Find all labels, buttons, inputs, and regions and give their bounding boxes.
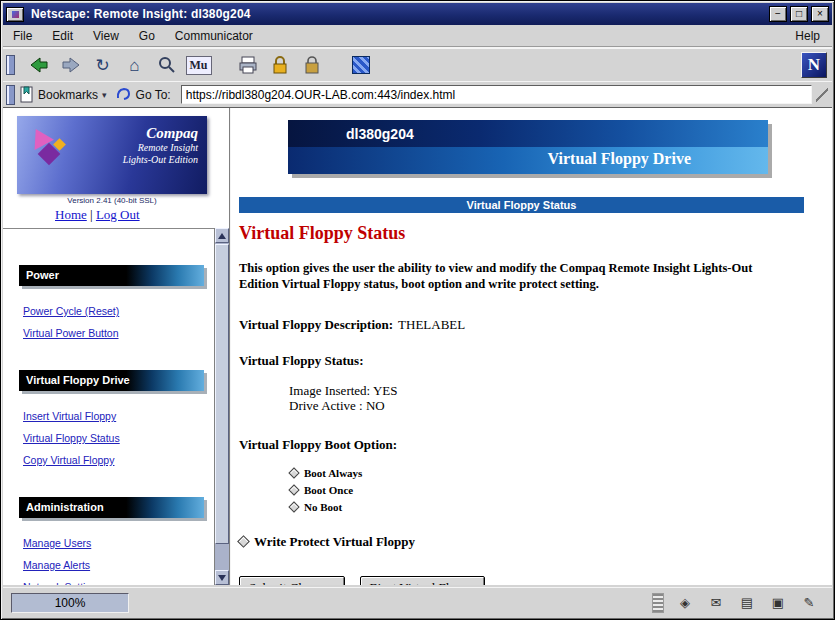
sidebar-link-virtual-power-button[interactable]: Virtual Power Button bbox=[23, 322, 214, 344]
url-input[interactable] bbox=[181, 85, 812, 104]
section-title: Virtual Floppy Drive bbox=[26, 374, 130, 386]
sidebar-nav: Power Power Cycle (Reset) Virtual Power … bbox=[3, 228, 214, 585]
forward-button[interactable] bbox=[57, 52, 84, 79]
title-bar: Netscape: Remote Insight: dl380g204 − □ … bbox=[3, 3, 832, 25]
bookmarks-label[interactable]: Bookmarks bbox=[38, 88, 98, 102]
drive-active-value: Drive Active : NO bbox=[289, 398, 832, 413]
print-button[interactable] bbox=[234, 52, 261, 79]
image-inserted-value: Image Inserted: YES bbox=[289, 383, 832, 398]
netscape-logo[interactable]: N bbox=[801, 52, 827, 78]
progress-indicator: 100% bbox=[11, 593, 129, 613]
main-frame: dl380g204 Virtual Floppy Drive Virtual F… bbox=[230, 108, 832, 585]
floppy-status-values: Image Inserted: YES Drive Active : NO bbox=[289, 383, 832, 413]
shop-button[interactable] bbox=[298, 52, 325, 79]
bookmark-icon[interactable] bbox=[20, 86, 34, 103]
close-button[interactable]: × bbox=[811, 6, 829, 22]
page-content: Compaq Remote Insight Lights-Out Edition… bbox=[3, 107, 832, 585]
boot-always-option[interactable]: Boot Always bbox=[289, 465, 832, 482]
boot-always-radio-icon[interactable] bbox=[288, 467, 299, 478]
eject-virtual-floppy-button[interactable]: Eject Virtual Floppy bbox=[360, 576, 486, 586]
server-name: dl380g204 bbox=[346, 126, 414, 142]
boot-once-radio-icon[interactable] bbox=[288, 484, 299, 495]
page-description: This option gives the user the ability t… bbox=[239, 260, 794, 293]
section-banner-virtual-floppy: Virtual Floppy Drive bbox=[19, 370, 204, 391]
menu-edit[interactable]: Edit bbox=[42, 26, 83, 46]
no-boot-option[interactable]: No Boot bbox=[289, 499, 832, 516]
scrollbar-thumb[interactable] bbox=[215, 244, 229, 544]
newsgroups-icon[interactable]: ▤ bbox=[736, 593, 758, 613]
sidebar-link-manage-alerts[interactable]: Manage Alerts bbox=[23, 554, 214, 576]
minimize-button[interactable]: − bbox=[769, 6, 787, 22]
section-title: Administration bbox=[26, 501, 104, 513]
composer-icon[interactable]: ✎ bbox=[798, 593, 820, 613]
sidebar-scrollbar[interactable] bbox=[214, 228, 229, 585]
write-protect-checkbox-icon[interactable] bbox=[237, 535, 250, 548]
menu-communicator[interactable]: Communicator bbox=[165, 26, 263, 46]
mailbox-icon[interactable]: ✉ bbox=[705, 593, 727, 613]
toolbar-grip[interactable] bbox=[6, 55, 15, 75]
boot-always-label: Boot Always bbox=[304, 467, 362, 479]
window-title: Netscape: Remote Insight: dl380g204 bbox=[31, 7, 251, 21]
security-button[interactable] bbox=[266, 52, 293, 79]
component-bar: ◈ ✉ ▤ ▣ ✎ bbox=[674, 593, 820, 613]
scroll-up-button[interactable] bbox=[215, 228, 229, 243]
sidebar-link-manage-users[interactable]: Manage Users bbox=[23, 532, 214, 554]
menu-help[interactable]: Help bbox=[783, 26, 832, 46]
navigator-icon[interactable]: ◈ bbox=[674, 593, 696, 613]
location-bar-grip[interactable] bbox=[6, 85, 15, 105]
stop-button[interactable] bbox=[347, 52, 374, 79]
bookmarks-dropdown-icon[interactable]: ▾ bbox=[102, 90, 107, 100]
my-netscape-button[interactable]: Mu bbox=[185, 52, 212, 79]
reload-button[interactable]: ↻ bbox=[89, 52, 116, 79]
scroll-down-button[interactable] bbox=[215, 570, 229, 585]
write-protect-label: Write Protect Virtual Floppy bbox=[254, 534, 415, 550]
session-links: Home | Log Out bbox=[55, 207, 140, 223]
submit-changes-button[interactable]: Submit Changes bbox=[239, 576, 345, 586]
home-link[interactable]: Home bbox=[55, 207, 87, 222]
sidebar-link-virtual-floppy-status[interactable]: Virtual Floppy Status bbox=[23, 427, 214, 449]
status-bar: 100% ◈ ✉ ▤ ▣ ✎ bbox=[3, 587, 832, 617]
banner-page-title: Virtual Floppy Drive bbox=[548, 150, 691, 168]
link-separator: | bbox=[90, 207, 93, 222]
section-title: Power bbox=[26, 269, 59, 281]
section-title-bar: Virtual Floppy Status bbox=[239, 197, 804, 213]
menu-bar: File Edit View Go Communicator Help bbox=[3, 25, 832, 47]
sidebar-link-power-cycle[interactable]: Power Cycle (Reset) bbox=[23, 300, 214, 322]
maximize-button[interactable]: □ bbox=[790, 6, 808, 22]
logo-brand: Compaq bbox=[79, 125, 198, 142]
page-title: Virtual Floppy Status bbox=[239, 223, 832, 244]
back-arrow-icon bbox=[28, 54, 50, 76]
menu-file[interactable]: File bbox=[3, 26, 42, 46]
logout-link[interactable]: Log Out bbox=[96, 207, 140, 222]
logo-line1: Remote Insight bbox=[79, 142, 198, 154]
sidebar-link-insert-virtual-floppy[interactable]: Insert Virtual Floppy bbox=[23, 405, 214, 427]
location-drag-icon[interactable] bbox=[816, 87, 828, 103]
stop-icon bbox=[352, 56, 370, 74]
sidebar-link-network-settings[interactable]: Network Settings bbox=[23, 576, 214, 585]
write-protect-option[interactable]: Write Protect Virtual Floppy bbox=[239, 534, 832, 550]
no-boot-radio-icon[interactable] bbox=[288, 501, 299, 512]
navigation-toolbar: ↻ ⌂ Mu bbox=[3, 48, 832, 81]
boot-once-option[interactable]: Boot Once bbox=[289, 482, 832, 499]
no-boot-label: No Boot bbox=[304, 501, 342, 513]
form-buttons: Submit Changes Eject Virtual Floppy bbox=[239, 576, 832, 586]
sidebar-link-copy-virtual-floppy[interactable]: Copy Virtual Floppy bbox=[23, 449, 214, 471]
menu-view[interactable]: View bbox=[83, 26, 129, 46]
boot-option-group: Boot Always Boot Once No Boot bbox=[289, 465, 832, 516]
browser-window: Netscape: Remote Insight: dl380g204 − □ … bbox=[0, 0, 835, 620]
shopping-bag-icon bbox=[302, 54, 322, 76]
address-book-icon[interactable]: ▣ bbox=[767, 593, 789, 613]
page-proxy-icon[interactable] bbox=[115, 86, 132, 103]
compaq-logo-icon bbox=[17, 116, 79, 194]
home-button[interactable]: ⌂ bbox=[121, 52, 148, 79]
version-label: Version 2.41 (40-bit SSL) bbox=[17, 196, 207, 205]
component-bar-grip[interactable] bbox=[652, 593, 664, 613]
location-bar: Bookmarks ▾ Go To: bbox=[3, 81, 832, 107]
search-button[interactable] bbox=[153, 52, 180, 79]
menu-go[interactable]: Go bbox=[129, 26, 165, 46]
back-button[interactable] bbox=[25, 52, 52, 79]
window-menu-icon[interactable] bbox=[6, 7, 24, 22]
floppy-status-label: Virtual Floppy Status: bbox=[239, 353, 832, 369]
print-icon bbox=[237, 54, 259, 76]
boot-option-label: Virtual Floppy Boot Option: bbox=[239, 437, 832, 453]
